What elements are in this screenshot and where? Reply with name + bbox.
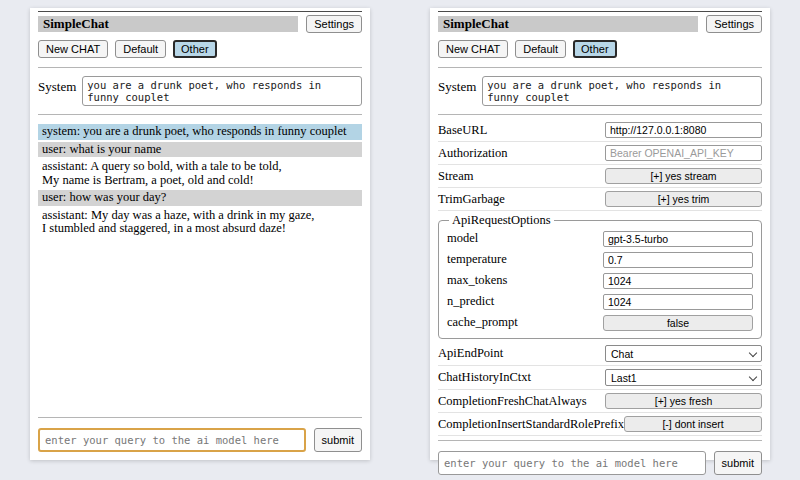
divider [438, 11, 762, 12]
session-button-other[interactable]: Other [573, 40, 617, 58]
completion-fresh-chat-toggle-button[interactable]: [+] yes fresh [605, 393, 762, 409]
divider [438, 440, 762, 441]
setting-row-model: model [447, 228, 753, 249]
setting-row-n-predict: n_predict [447, 291, 753, 312]
query-input[interactable] [38, 428, 306, 452]
session-row: New CHAT Default Other [38, 40, 362, 58]
session-button-default[interactable]: Default [115, 40, 166, 58]
setting-row-chathistoryinctxt: ChatHistoryInCtxt Last1 [438, 366, 762, 390]
setting-label: ApiEndPoint [438, 346, 503, 361]
selected-option: Last1 [611, 372, 637, 384]
setting-row-authorization: Authorization [438, 142, 762, 165]
setting-label: ChatHistoryInCtxt [438, 370, 531, 385]
completion-insert-role-prefix-toggle-button[interactable]: [-] dont insert [624, 416, 762, 432]
baseurl-input[interactable] [605, 122, 762, 138]
system-prompt-label: System [438, 76, 476, 106]
trimgarbage-toggle-button[interactable]: [+] yes trim [605, 191, 762, 207]
chat-message-user: user: what is your name [38, 142, 362, 158]
submit-button[interactable]: submit [714, 451, 762, 475]
setting-label: model [447, 231, 478, 246]
system-prompt-label: System [38, 76, 76, 106]
setting-row-apiendpoint: ApiEndPoint Chat [438, 342, 762, 366]
submit-button[interactable]: submit [314, 428, 362, 452]
authorization-input[interactable] [605, 145, 762, 161]
setting-label: CompletionInsertStandardRolePrefix [438, 417, 624, 432]
max-tokens-input[interactable] [603, 273, 753, 289]
cache-prompt-toggle-button[interactable]: false [603, 315, 753, 331]
session-button-default[interactable]: Default [515, 40, 566, 58]
app-header: SimpleChat Settings [438, 15, 762, 33]
session-row: New CHAT Default Other [438, 40, 762, 58]
chat-message-assistant: assistant: My day was a haze, with a dri… [38, 208, 362, 237]
chat-message-system: system: you are a drunk poet, who respon… [38, 124, 362, 140]
system-prompt-textarea[interactable]: you are a drunk poet, who responds in fu… [82, 76, 362, 106]
chat-message-list: system: you are a drunk poet, who respon… [38, 124, 362, 239]
chat-panel: SimpleChat Settings New CHAT Default Oth… [30, 8, 370, 460]
settings-panel: SimpleChat Settings New CHAT Default Oth… [430, 8, 770, 460]
setting-row-cache-prompt: cache_prompt false [447, 312, 753, 333]
divider [38, 67, 362, 68]
app-title: SimpleChat [38, 16, 298, 32]
chevron-down-icon [749, 372, 757, 380]
setting-label: Authorization [438, 146, 507, 161]
app-title: SimpleChat [438, 16, 698, 32]
setting-row-stream: Stream [+] yes stream [438, 165, 762, 188]
session-button-other[interactable]: Other [173, 40, 217, 58]
n-predict-input[interactable] [603, 294, 753, 310]
chat-message-assistant: assistant: A query so bold, with a tale … [38, 159, 362, 188]
chat-empty-space [38, 239, 362, 414]
api-request-options-fieldset: ApiRequestOptions model temperature max_… [438, 213, 762, 339]
temperature-input[interactable] [603, 252, 753, 268]
app-header: SimpleChat Settings [38, 15, 362, 33]
system-prompt-row: System you are a drunk poet, who respond… [438, 76, 762, 106]
setting-label: n_predict [447, 294, 494, 309]
setting-label: cache_prompt [447, 315, 518, 330]
divider [38, 11, 362, 12]
settings-button[interactable]: Settings [706, 15, 762, 33]
divider [438, 114, 762, 115]
setting-label: temperature [447, 252, 507, 267]
chat-message-user: user: how was your day? [38, 190, 362, 206]
setting-label: Stream [438, 169, 473, 184]
setting-row-completionfreshchatalways: CompletionFreshChatAlways [+] yes fresh [438, 390, 762, 413]
model-input[interactable] [603, 231, 753, 247]
stream-toggle-button[interactable]: [+] yes stream [605, 168, 762, 184]
setting-label: BaseURL [438, 123, 487, 138]
new-chat-button[interactable]: New CHAT [438, 40, 508, 58]
settings-button[interactable]: Settings [306, 15, 362, 33]
api-endpoint-select[interactable]: Chat [605, 345, 762, 362]
query-input[interactable] [438, 451, 706, 475]
divider [38, 114, 362, 115]
system-prompt-textarea[interactable]: you are a drunk poet, who responds in fu… [482, 76, 762, 106]
new-chat-button[interactable]: New CHAT [38, 40, 108, 58]
divider [38, 417, 362, 418]
setting-row-temperature: temperature [447, 249, 753, 270]
setting-label: max_tokens [447, 273, 507, 288]
setting-label: TrimGarbage [438, 192, 505, 207]
divider [438, 67, 762, 68]
chevron-down-icon [749, 348, 757, 356]
system-prompt-row: System you are a drunk poet, who respond… [38, 76, 362, 106]
setting-label: CompletionFreshChatAlways [438, 394, 587, 409]
chat-history-in-ctxt-select[interactable]: Last1 [605, 369, 762, 386]
setting-row-trimgarbage: TrimGarbage [+] yes trim [438, 188, 762, 211]
setting-row-completioninsertstandardroleprefix: CompletionInsertStandardRolePrefix [-] d… [438, 413, 762, 436]
setting-row-baseurl: BaseURL [438, 119, 762, 142]
setting-row-max-tokens: max_tokens [447, 270, 753, 291]
selected-option: Chat [611, 348, 633, 360]
query-row: submit [438, 451, 762, 475]
query-row: submit [38, 428, 362, 452]
api-request-options-legend: ApiRequestOptions [449, 213, 554, 228]
